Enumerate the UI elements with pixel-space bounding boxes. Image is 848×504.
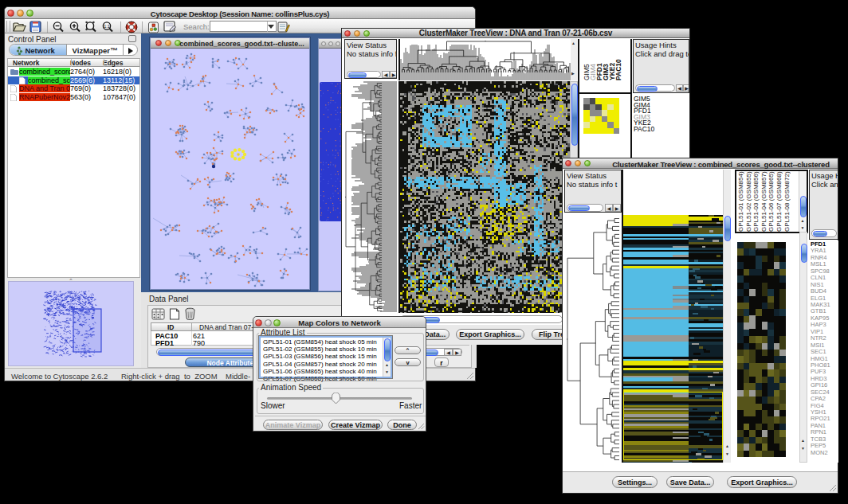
svg-text:1:1: 1:1 bbox=[104, 24, 110, 29]
